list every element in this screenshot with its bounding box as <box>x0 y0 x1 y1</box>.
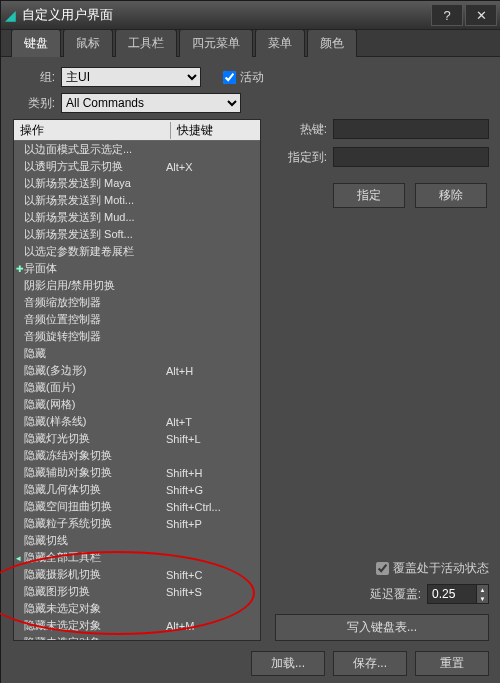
list-item[interactable]: 阴影启用/禁用切换 <box>14 277 260 294</box>
item-label: 隐藏辅助对象切换 <box>24 465 166 480</box>
group-select[interactable]: 主UI <box>61 67 201 87</box>
item-label: 以新场景发送到 Soft... <box>24 227 166 242</box>
remove-button[interactable]: 移除 <box>415 183 487 208</box>
item-label: 隐藏几何体切换 <box>24 482 166 497</box>
customize-ui-window: ◢ 自定义用户界面 ? ✕ 键盘 鼠标 工具栏 四元菜单 菜单 颜色 组: 主U… <box>0 0 500 683</box>
list-item[interactable]: 隐藏图形切换Shift+S <box>14 583 260 600</box>
item-shortcut: Shift+Ctrl... <box>166 501 260 513</box>
item-shortcut: Shift+P <box>166 518 260 530</box>
list-item[interactable]: 音频位置控制器 <box>14 311 260 328</box>
item-label: 以新场景发送到 Maya <box>24 176 166 191</box>
list-item[interactable]: 隐藏(面片) <box>14 379 260 396</box>
list-item[interactable]: 以新场景发送到 Maya <box>14 175 260 192</box>
list-item[interactable]: 隐藏(多边形)Alt+H <box>14 362 260 379</box>
item-shortcut: Alt+T <box>166 416 260 428</box>
item-label: 隐藏未选定对象 <box>24 635 166 640</box>
list-item[interactable]: 以新场景发送到 Moti... <box>14 192 260 209</box>
item-label: 隐藏(多边形) <box>24 363 166 378</box>
list-item[interactable]: 隐藏 <box>14 345 260 362</box>
list-item[interactable]: 隐藏未选定对象Alt+M <box>14 617 260 634</box>
item-label: 隐藏全部工具栏 <box>24 550 166 565</box>
item-label: 异面体 <box>24 261 166 276</box>
list-item[interactable]: 以选定参数新建卷展栏 <box>14 243 260 260</box>
item-label: 隐藏未选定对象 <box>24 601 166 616</box>
close-button[interactable]: ✕ <box>465 4 497 26</box>
action-list-header: 操作 快捷键 <box>14 120 260 141</box>
item-label: 以新场景发送到 Moti... <box>24 193 166 208</box>
item-label: 音频缩放控制器 <box>24 295 166 310</box>
window-title: 自定义用户界面 <box>22 6 429 24</box>
list-item[interactable]: 隐藏切线 <box>14 532 260 549</box>
item-label: 音频旋转控制器 <box>24 329 166 344</box>
tab-keyboard[interactable]: 键盘 <box>11 29 61 57</box>
col-shortcut[interactable]: 快捷键 <box>171 122 260 139</box>
item-label: 以透明方式显示切换 <box>24 159 166 174</box>
tab-mouse[interactable]: 鼠标 <box>63 29 113 57</box>
save-button[interactable]: 保存... <box>333 651 407 676</box>
item-label: 音频位置控制器 <box>24 312 166 327</box>
category-label: 类别: <box>13 95 55 112</box>
item-shortcut: Alt+M <box>166 620 260 632</box>
list-item[interactable]: ◂隐藏全部工具栏 <box>14 549 260 566</box>
delay-spinner[interactable]: 0.25 ▲ ▼ <box>427 584 489 604</box>
list-item[interactable]: 隐藏灯光切换Shift+L <box>14 430 260 447</box>
active-checkbox-wrap[interactable]: 活动 <box>219 68 264 87</box>
list-item[interactable]: 音频缩放控制器 <box>14 294 260 311</box>
override-checkbox[interactable] <box>376 562 389 575</box>
spinner-down-icon[interactable]: ▼ <box>476 594 488 603</box>
list-item[interactable]: 隐藏(样条线)Alt+T <box>14 413 260 430</box>
load-button[interactable]: 加载... <box>251 651 325 676</box>
item-label: 阴影启用/禁用切换 <box>24 278 166 293</box>
list-item[interactable]: 以边面模式显示选定... <box>14 141 260 158</box>
group-label: 组: <box>13 69 55 86</box>
col-action[interactable]: 操作 <box>14 122 171 139</box>
item-marker-icon: ◂ <box>16 553 21 563</box>
list-item[interactable]: 隐藏空间扭曲切换Shift+Ctrl... <box>14 498 260 515</box>
override-checkbox-wrap[interactable]: 覆盖处于活动状态 <box>275 559 489 578</box>
list-item[interactable]: 以新场景发送到 Mud... <box>14 209 260 226</box>
item-label: 隐藏粒子系统切换 <box>24 516 166 531</box>
list-item[interactable]: 隐藏摄影机切换Shift+C <box>14 566 260 583</box>
write-keyboard-chart-button[interactable]: 写入键盘表... <box>275 614 489 641</box>
tab-quads[interactable]: 四元菜单 <box>179 29 253 57</box>
list-item[interactable]: 隐藏未选定对象 <box>14 600 260 617</box>
item-label: 隐藏冻结对象切换 <box>24 448 166 463</box>
list-item[interactable]: 隐藏粒子系统切换Shift+P <box>14 515 260 532</box>
reset-button[interactable]: 重置 <box>415 651 489 676</box>
list-item[interactable]: 隐藏辅助对象切换Shift+H <box>14 464 260 481</box>
item-label: 隐藏未选定对象 <box>24 618 166 633</box>
item-label: 隐藏灯光切换 <box>24 431 166 446</box>
action-list[interactable]: 以边面模式显示选定...以透明方式显示切换Alt+X以新场景发送到 Maya以新… <box>14 141 260 640</box>
item-label: 隐藏(网格) <box>24 397 166 412</box>
footer: 加载... 保存... 重置 <box>13 651 489 676</box>
list-item[interactable]: 隐藏几何体切换Shift+G <box>14 481 260 498</box>
list-item[interactable]: 以新场景发送到 Soft... <box>14 226 260 243</box>
tab-toolbars[interactable]: 工具栏 <box>115 29 177 57</box>
item-label: 隐藏(样条线) <box>24 414 166 429</box>
assigned-to-label: 指定到: <box>275 149 327 166</box>
tab-colors[interactable]: 颜色 <box>307 29 357 57</box>
item-shortcut: Shift+S <box>166 586 260 598</box>
assign-button[interactable]: 指定 <box>333 183 405 208</box>
hotkey-label: 热键: <box>275 121 327 138</box>
delay-value: 0.25 <box>432 587 455 601</box>
content-area: 组: 主UI 活动 类别: All Commands 操作 快捷键 以边面模式显… <box>1 57 500 683</box>
item-marker-icon: ✚ <box>16 264 24 274</box>
list-item[interactable]: ✚异面体 <box>14 260 260 277</box>
list-item[interactable]: 以透明方式显示切换Alt+X <box>14 158 260 175</box>
list-item[interactable]: 隐藏冻结对象切换 <box>14 447 260 464</box>
item-label: 隐藏空间扭曲切换 <box>24 499 166 514</box>
hotkey-input[interactable] <box>333 119 489 139</box>
item-label: 以选定参数新建卷展栏 <box>24 244 166 259</box>
active-checkbox[interactable] <box>223 71 236 84</box>
help-button[interactable]: ? <box>431 4 463 26</box>
list-item[interactable]: 隐藏(网格) <box>14 396 260 413</box>
list-item[interactable]: 隐藏未选定对象 <box>14 634 260 640</box>
right-panel: 热键: 指定到: 指定 移除 覆盖处于活动状态 延迟覆盖: <box>275 119 489 641</box>
item-label: 以边面模式显示选定... <box>24 142 166 157</box>
list-item[interactable]: 音频旋转控制器 <box>14 328 260 345</box>
item-shortcut: Alt+X <box>166 161 260 173</box>
tab-menus[interactable]: 菜单 <box>255 29 305 57</box>
category-select[interactable]: All Commands <box>61 93 241 113</box>
spinner-up-icon[interactable]: ▲ <box>476 585 488 594</box>
